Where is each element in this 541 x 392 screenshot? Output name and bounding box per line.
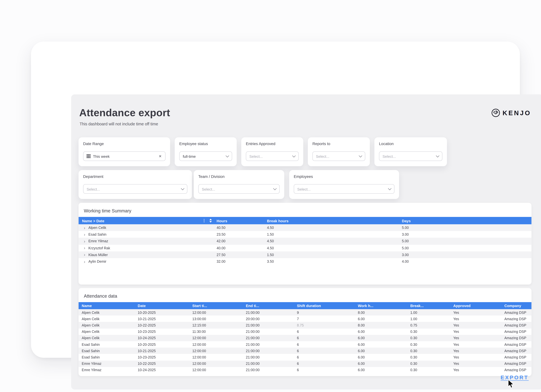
attendance-cell: Yes bbox=[453, 317, 505, 321]
column-header-date: Date bbox=[138, 304, 192, 308]
employee-status-select[interactable]: full-time bbox=[179, 151, 232, 161]
chevron-down-icon bbox=[388, 187, 391, 190]
kebab-menu-icon[interactable]: ⋮ bbox=[202, 219, 206, 223]
employee-name: Krzysztof Rak bbox=[88, 246, 110, 250]
attendance-table-row: Alpen Celik10-21-202513:00:0020:00:0076.… bbox=[79, 315, 531, 322]
expand-chevron-icon[interactable]: › bbox=[84, 232, 85, 237]
attendance-cell: 20:00:00 bbox=[246, 317, 297, 321]
column-header-break-hours: Break hours bbox=[267, 218, 402, 223]
attendance-cell: Alpen Celik bbox=[82, 330, 138, 334]
attendance-table-row: Alpen Celik10-23-202511:30:0021:00:0066.… bbox=[79, 328, 531, 335]
summary-name-cell: ›Aylin Demir bbox=[79, 259, 217, 263]
attendance-cell: 6 bbox=[297, 349, 358, 353]
chevron-down-icon bbox=[292, 154, 296, 157]
expand-chevron-icon[interactable]: › bbox=[84, 253, 85, 257]
attendance-cell: 6 bbox=[297, 355, 358, 359]
break-hours-value: 3.50 bbox=[267, 260, 402, 263]
hours-value: 23.50 bbox=[217, 232, 267, 237]
attendance-cell: Yes bbox=[453, 336, 505, 340]
attendance-cell: 0.30 bbox=[410, 362, 453, 366]
attendance-cell: 6.00 bbox=[358, 336, 410, 340]
filter-card-reports-to: Reports to Select... bbox=[308, 137, 370, 166]
attendance-cell: 6.00 bbox=[358, 342, 410, 346]
kenjo-logo: KENJO bbox=[491, 108, 531, 117]
summary-name-cell: ›Emre Yilmaz bbox=[79, 239, 217, 243]
attendance-cell: Amazing DSP bbox=[504, 336, 531, 340]
attendance-cell: 21:00:00 bbox=[246, 330, 297, 334]
filter-card-location: Location Select... bbox=[375, 137, 447, 166]
dashboard-panel: Attendance export This dashboard will no… bbox=[71, 94, 541, 389]
page-title: Attendance export bbox=[79, 107, 170, 119]
department-select[interactable]: Select... bbox=[83, 184, 187, 194]
date-range-input[interactable]: This week ✕ bbox=[83, 151, 166, 161]
employee-name: Klaus Müller bbox=[88, 253, 108, 257]
attendance-cell: 0.30 bbox=[410, 349, 453, 353]
entries-approved-label: Entries Approved bbox=[241, 137, 303, 146]
break-hours-value: 4.50 bbox=[267, 226, 402, 230]
attendance-cell: 0.30 bbox=[410, 355, 453, 359]
column-header-name: Name bbox=[82, 304, 138, 308]
expand-chevron-icon[interactable]: › bbox=[84, 239, 85, 243]
attendance-cell: 6.00 bbox=[358, 368, 410, 372]
attendance-cell: Amazing DSP bbox=[504, 330, 531, 334]
column-header-break: Break... bbox=[410, 304, 453, 308]
attendance-cell: Amazing DSP bbox=[504, 342, 531, 346]
employees-select[interactable]: Select... bbox=[294, 184, 395, 194]
brand-name: KENJO bbox=[503, 109, 531, 117]
filter-card-department: Department Select... bbox=[79, 170, 192, 199]
attendance-cell: Alpen Celik bbox=[82, 323, 138, 327]
summary-table-header: Name > Date ⋮ Hours Break h bbox=[79, 217, 531, 224]
attendance-cell: 1.00 bbox=[410, 310, 453, 315]
attendance-cell: Amazing DSP bbox=[504, 349, 531, 353]
attendance-cell: 10-21-2025 bbox=[138, 317, 192, 321]
attendance-cell: 6.00 bbox=[358, 330, 410, 334]
attendance-table-body: Alpen Celik10-20-202512:00:0021:00:0098.… bbox=[79, 309, 531, 373]
attendance-table-row: Alpen Celik10-24-202512:00:0021:00:0066.… bbox=[79, 335, 531, 341]
location-placeholder: Select... bbox=[383, 154, 437, 158]
hours-value: 42.00 bbox=[217, 239, 267, 243]
sort-icon[interactable] bbox=[209, 219, 212, 223]
summary-table-row[interactable]: ›Klaus Müller27.501.503.00 bbox=[79, 251, 531, 258]
attendance-cell: Alpen Celik bbox=[82, 317, 138, 321]
summary-table-row[interactable]: ›Emre Yilmaz42.004.505.00 bbox=[79, 238, 531, 245]
attendance-table-row: Alpen Celik10-22-202512:15:0021:00:008.7… bbox=[79, 322, 531, 328]
location-select[interactable]: Select... bbox=[379, 151, 442, 161]
clear-icon[interactable]: ✕ bbox=[158, 154, 162, 158]
attendance-cell: Esad Sahin bbox=[82, 355, 138, 359]
attendance-cell: 6 bbox=[297, 362, 358, 366]
days-value: 5.00 bbox=[402, 226, 531, 230]
days-value: 3.00 bbox=[402, 253, 531, 257]
attendance-cell: 7 bbox=[297, 317, 358, 321]
expand-chevron-icon[interactable]: › bbox=[84, 259, 85, 263]
filter-card-employee-status: Employee status full-time bbox=[175, 137, 237, 166]
reports-to-placeholder: Select... bbox=[316, 154, 359, 158]
filter-card-date-range: Date Range This week ✕ bbox=[79, 137, 170, 166]
team-division-select[interactable]: Select... bbox=[198, 184, 280, 194]
reports-to-label: Reports to bbox=[308, 137, 370, 146]
attendance-cell: 6.00 bbox=[358, 362, 410, 366]
expand-chevron-icon[interactable]: › bbox=[84, 246, 85, 250]
entries-approved-select[interactable]: Select... bbox=[246, 151, 299, 161]
attendance-cell: 21:00:00 bbox=[246, 362, 297, 366]
hours-value: 32.00 bbox=[217, 260, 267, 263]
kenjo-fingerprint-icon bbox=[491, 108, 500, 117]
attendance-cell: 10-23-2025 bbox=[138, 330, 192, 334]
attendance-cell: 8.00 bbox=[358, 310, 410, 315]
employee-name: Alpen Celik bbox=[88, 226, 106, 230]
summary-table-row[interactable]: ›Krzysztof Rak40.004.505.00 bbox=[79, 245, 531, 251]
attendance-cell: 10-23-2025 bbox=[138, 355, 192, 359]
attendance-cell: 0.30 bbox=[410, 342, 453, 346]
summary-table-row[interactable]: ›Aylin Demir32.003.504.00 bbox=[79, 258, 531, 265]
summary-table-row[interactable]: ›Esad Sahin23.501.503.00 bbox=[79, 231, 531, 238]
employees-label: Employees bbox=[289, 170, 399, 179]
summary-name-cell: ›Krzysztof Rak bbox=[79, 246, 217, 250]
employees-placeholder: Select... bbox=[297, 187, 389, 191]
summary-table-row[interactable]: ›Alpen Celik40.504.505.00 bbox=[79, 224, 531, 231]
chevron-down-icon bbox=[436, 154, 439, 157]
team-division-label: Team / Division bbox=[194, 170, 284, 179]
attendance-cell: 12:00:00 bbox=[192, 336, 246, 340]
attendance-cell: 10-24-2025 bbox=[138, 368, 192, 372]
location-label: Location bbox=[375, 137, 447, 146]
reports-to-select[interactable]: Select... bbox=[312, 151, 365, 161]
expand-chevron-icon[interactable]: › bbox=[84, 226, 85, 230]
